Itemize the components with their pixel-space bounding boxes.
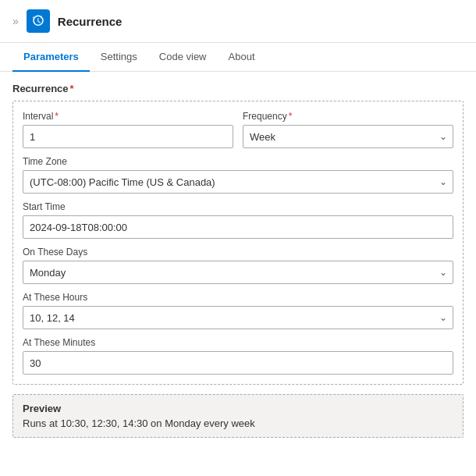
frequency-label: Frequency* — [243, 111, 453, 122]
recurrence-dashed-box: Interval* Frequency* Week Second Minute … — [12, 101, 464, 385]
timezone-select[interactable]: (UTC-08:00) Pacific Time (US & Canada) — [23, 170, 453, 194]
app-icon — [27, 9, 50, 33]
tab-about[interactable]: About — [218, 43, 266, 72]
tab-settings[interactable]: Settings — [90, 43, 148, 72]
start-time-label: Start Time — [23, 201, 453, 212]
on-these-days-label: On These Days — [23, 247, 453, 258]
collapse-icon[interactable]: » — [12, 15, 19, 27]
at-these-hours-select-wrapper: 10, 12, 14 ⌄ — [23, 306, 453, 329]
interval-label: Interval* — [23, 111, 233, 122]
at-these-hours-select[interactable]: 10, 12, 14 — [23, 306, 453, 329]
start-time-input[interactable] — [23, 215, 453, 239]
on-these-days-select-wrapper: Monday Sunday Tuesday Wednesday Thursday… — [23, 261, 453, 284]
at-these-minutes-label: At These Minutes — [23, 337, 453, 348]
frequency-field-group: Frequency* Week Second Minute Hour Day M… — [243, 111, 453, 148]
timezone-select-wrapper: (UTC-08:00) Pacific Time (US & Canada) ⌄ — [23, 170, 453, 194]
main-content: Recurrence* Interval* Frequency* Week Se… — [0, 72, 476, 449]
tab-parameters[interactable]: Parameters — [12, 43, 90, 72]
preview-text: Runs at 10:30, 12:30, 14:30 on Monday ev… — [23, 417, 453, 429]
at-these-minutes-input[interactable] — [23, 351, 453, 375]
frequency-select-wrapper: Week Second Minute Hour Day Month ⌄ — [243, 125, 453, 148]
interval-input[interactable] — [23, 125, 233, 148]
tab-code-view[interactable]: Code view — [148, 43, 218, 72]
preview-title: Preview — [23, 403, 453, 414]
interval-field-group: Interval* — [23, 111, 233, 148]
tab-bar: Parameters Settings Code view About — [0, 43, 476, 72]
recurrence-section-label: Recurrence* — [12, 83, 464, 94]
interval-frequency-row: Interval* Frequency* Week Second Minute … — [23, 111, 453, 156]
required-star: * — [70, 83, 74, 94]
start-time-field-group: Start Time — [23, 201, 453, 239]
at-these-minutes-field-group: At These Minutes — [23, 337, 453, 375]
alarm-icon — [31, 14, 45, 28]
page-title: Recurrence — [58, 15, 123, 28]
on-these-days-field-group: On These Days Monday Sunday Tuesday Wedn… — [23, 247, 453, 284]
preview-box: Preview Runs at 10:30, 12:30, 14:30 on M… — [12, 394, 464, 438]
on-these-days-select[interactable]: Monday Sunday Tuesday Wednesday Thursday… — [23, 261, 453, 284]
at-these-hours-label: At These Hours — [23, 292, 453, 303]
app-header: » Recurrence — [0, 0, 476, 43]
timezone-label: Time Zone — [23, 156, 453, 167]
at-these-hours-field-group: At These Hours 10, 12, 14 ⌄ — [23, 292, 453, 329]
timezone-field-group: Time Zone (UTC-08:00) Pacific Time (US &… — [23, 156, 453, 194]
frequency-select[interactable]: Week Second Minute Hour Day Month — [243, 125, 453, 148]
